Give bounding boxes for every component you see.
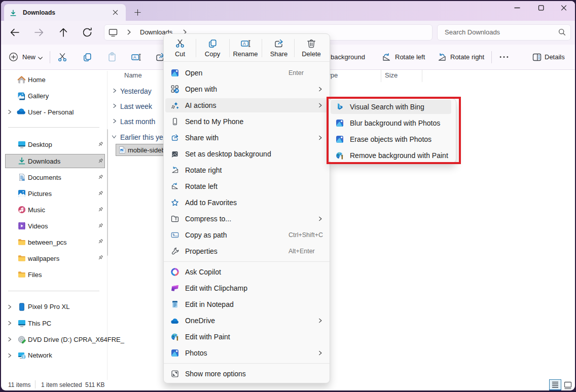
svg-text:A: A: [243, 41, 246, 46]
svg-text:A: A: [133, 55, 136, 60]
